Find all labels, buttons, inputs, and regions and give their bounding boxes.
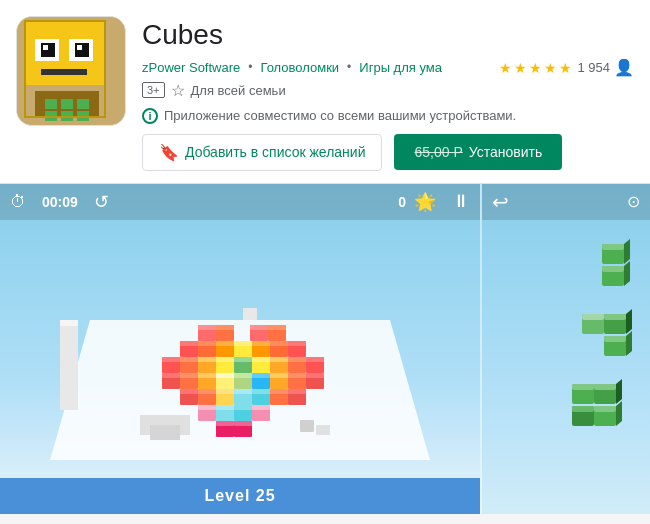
svg-rect-24: [162, 357, 180, 362]
svg-rect-94: [604, 314, 626, 320]
app-category-2[interactable]: Игры для ума: [359, 60, 442, 75]
screenshot-container: ⏱ 00:09 ↺ 0 🌟 ⏸: [0, 184, 650, 514]
svg-rect-72: [288, 389, 306, 394]
app-icon: [16, 16, 126, 126]
svg-rect-10: [180, 341, 198, 346]
right-panel-hud: ↩ ⊙: [482, 184, 650, 220]
family-icon: ☆: [171, 81, 185, 100]
app-title: Cubes: [142, 18, 634, 52]
wishlist-button[interactable]: 🔖 Добавить в список желаний: [142, 134, 382, 171]
star-3: ★: [529, 60, 543, 74]
svg-rect-68: [252, 389, 270, 394]
svg-rect-70: [270, 389, 288, 394]
svg-rect-42: [162, 373, 180, 378]
app-icon-canvas: [17, 17, 126, 126]
svg-rect-62: [198, 389, 216, 394]
settings-icon: ⊙: [627, 192, 640, 211]
svg-rect-48: [216, 373, 234, 378]
bottom-right-cube2: [316, 425, 330, 435]
family-label: Для всей семьи: [191, 83, 286, 98]
svg-marker-90: [624, 261, 630, 286]
install-button[interactable]: 65,00 Р Установить: [394, 134, 562, 170]
svg-rect-32: [234, 357, 252, 362]
coin-icon: 🌟: [414, 191, 436, 213]
svg-rect-74: [198, 405, 216, 410]
svg-rect-89: [602, 266, 624, 272]
cube-row-2: [180, 341, 306, 357]
svg-rect-60: [180, 389, 198, 394]
svg-rect-40: [306, 357, 324, 362]
svg-marker-95: [626, 309, 632, 334]
svg-rect-54: [270, 373, 288, 378]
age-badge: 3+: [142, 82, 165, 98]
svg-rect-18: [252, 341, 270, 346]
info-icon-text: i: [148, 110, 151, 122]
star-2: ★: [514, 60, 528, 74]
svg-rect-78: [234, 405, 252, 410]
category-sep-2: •: [347, 60, 351, 74]
bottom-right-cube1: [300, 420, 314, 432]
game-canvas-svg: [50, 220, 430, 460]
svg-marker-103: [616, 379, 622, 404]
cube-row-7: [216, 421, 252, 437]
svg-rect-8: [268, 325, 286, 330]
refresh-icon: ↺: [94, 191, 109, 213]
left-tall-block: [60, 320, 78, 410]
green-cubes-svg: [482, 224, 650, 504]
svg-rect-102: [594, 384, 616, 390]
app-developer[interactable]: zPower Software: [142, 60, 240, 75]
svg-rect-100: [572, 384, 594, 390]
svg-rect-80: [252, 405, 270, 410]
svg-rect-44: [180, 373, 198, 378]
cube-row-4: [162, 373, 324, 389]
app-info: Cubes zPower Software • Головоломки • Иг…: [142, 16, 634, 171]
action-row: 🔖 Добавить в список желаний 65,00 Р Уста…: [142, 134, 634, 171]
svg-rect-86: [602, 244, 624, 250]
bookmark-icon: 🔖: [159, 143, 179, 162]
install-price: 65,00 Р: [414, 144, 462, 160]
cube-row-6: [198, 405, 270, 421]
svg-rect-58: [306, 373, 324, 378]
info-icon: i: [142, 108, 158, 124]
svg-rect-76: [216, 405, 234, 410]
app-category-1[interactable]: Головоломки: [260, 60, 339, 75]
compat-text: Приложение совместимо со всеми вашими ус…: [164, 108, 516, 123]
star-1: ★: [499, 60, 513, 74]
hud-score: 0: [398, 194, 406, 210]
left-tall-block-top: [60, 320, 78, 326]
svg-rect-4: [216, 325, 234, 330]
level-banner: Level 25: [0, 478, 480, 514]
star-rating: ★ ★ ★ ★ ★: [499, 60, 573, 74]
bottom-left-block2: [150, 425, 180, 440]
svg-rect-66: [234, 389, 252, 394]
svg-rect-97: [604, 336, 626, 342]
game-hud: ⏱ 00:09 ↺ 0 🌟 ⏸: [0, 184, 480, 220]
screenshots-section: ⏱ 00:09 ↺ 0 🌟 ⏸: [0, 184, 650, 514]
app-header: Cubes zPower Software • Головоломки • Иг…: [0, 0, 650, 184]
svg-rect-16: [234, 341, 252, 346]
install-label: Установить: [469, 144, 542, 160]
top-small-cube: [243, 308, 257, 320]
svg-rect-28: [198, 357, 216, 362]
svg-rect-46: [198, 373, 216, 378]
svg-rect-50: [234, 373, 252, 378]
svg-marker-87: [624, 239, 630, 264]
svg-marker-108: [616, 401, 622, 426]
star-4: ★: [544, 60, 558, 74]
star-5: ★: [559, 60, 573, 74]
cube-row-5: [180, 389, 306, 405]
family-row: 3+ ☆ Для всей семьи: [142, 81, 634, 100]
svg-rect-92: [582, 314, 604, 320]
svg-rect-82: [216, 421, 234, 426]
game-view: ⏱ 00:09 ↺ 0 🌟 ⏸: [0, 184, 480, 514]
svg-rect-84: [234, 421, 252, 426]
svg-rect-26: [180, 357, 198, 362]
pause-icon: ⏸: [452, 191, 470, 212]
svg-rect-56: [288, 373, 306, 378]
svg-rect-22: [288, 341, 306, 346]
right-panel: ↩ ⊙: [480, 184, 650, 514]
compat-row: i Приложение совместимо со всеми вашими …: [142, 108, 634, 124]
svg-rect-1: [198, 325, 216, 330]
svg-rect-105: [572, 406, 594, 412]
svg-rect-20: [270, 341, 288, 346]
